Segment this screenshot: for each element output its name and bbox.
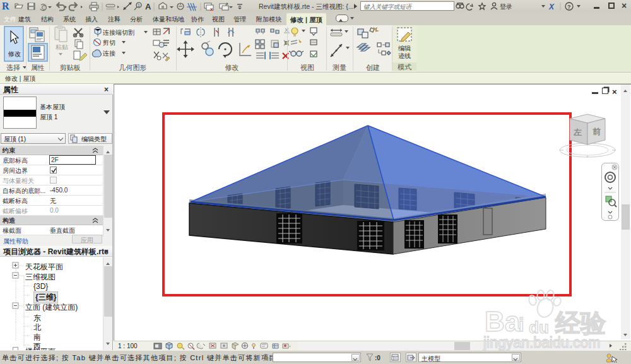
svg-text:迹线: 迹线 — [398, 52, 411, 59]
svg-text:登录: 登录 — [500, 3, 512, 10]
svg-text:修改: 修改 — [8, 50, 21, 57]
svg-text::0: :0 — [375, 355, 380, 361]
svg-text:左: 左 — [573, 127, 582, 137]
svg-text:?: ? — [567, 4, 571, 10]
svg-text:连接端切割: 连接端切割 — [103, 29, 134, 36]
svg-text:剪切: 剪切 — [103, 39, 115, 46]
svg-text:粘贴: 粘贴 — [56, 44, 68, 50]
svg-text:1: 1 — [138, 3, 140, 8]
svg-text:x: x — [210, 6, 213, 12]
svg-text:R: R — [2, 1, 9, 11]
svg-text:连接: 连接 — [103, 50, 115, 57]
svg-text:X: X — [548, 3, 555, 11]
svg-text:A: A — [145, 2, 151, 11]
svg-text:编辑: 编辑 — [398, 45, 411, 52]
svg-text:前: 前 — [593, 127, 601, 136]
